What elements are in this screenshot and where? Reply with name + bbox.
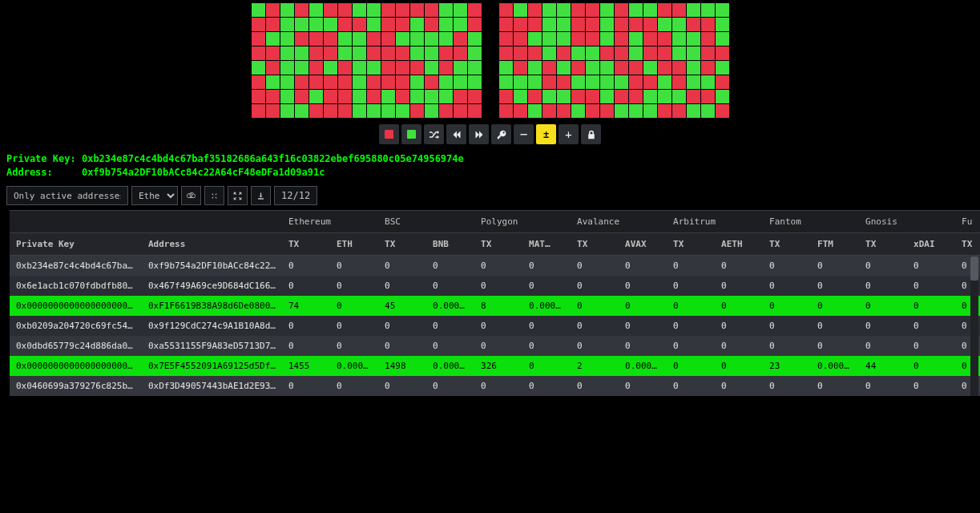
bit-cell[interactable] — [454, 61, 467, 75]
bit-cell[interactable] — [425, 18, 438, 31]
bit-cell[interactable] — [514, 61, 527, 75]
bit-cell[interactable] — [367, 46, 381, 60]
bit-cell[interactable] — [586, 3, 599, 17]
upload-button[interactable] — [181, 186, 201, 205]
bit-cell[interactable] — [643, 90, 657, 103]
bit-cell[interactable] — [410, 90, 424, 103]
bit-cell[interactable] — [468, 90, 482, 103]
scrollbar[interactable] — [970, 256, 978, 396]
bit-cell[interactable] — [528, 75, 542, 89]
bit-cell[interactable] — [425, 61, 438, 75]
bit-cell[interactable] — [309, 18, 323, 31]
bit-cell[interactable] — [396, 32, 409, 46]
bit-cell[interactable] — [425, 104, 438, 118]
bit-cell[interactable] — [701, 61, 715, 75]
bit-cell[interactable] — [615, 104, 628, 118]
bit-cell[interactable] — [643, 61, 657, 75]
col-h-13[interactable]: FTM — [811, 233, 859, 256]
bit-cell[interactable] — [468, 3, 482, 17]
bit-cell[interactable] — [252, 90, 265, 103]
bit-cell[interactable] — [701, 3, 715, 17]
bit-cell[interactable] — [499, 104, 513, 118]
bit-cell[interactable] — [658, 61, 671, 75]
bit-cell[interactable] — [586, 61, 599, 75]
bit-cell[interactable] — [658, 104, 671, 118]
bit-cell[interactable] — [600, 104, 614, 118]
bit-cell[interactable] — [499, 90, 513, 103]
bit-cell[interactable] — [252, 46, 265, 60]
bit-cell[interactable] — [687, 3, 700, 17]
download-button[interactable] — [251, 186, 271, 205]
bit-cell[interactable] — [324, 32, 337, 46]
bit-cell[interactable] — [367, 32, 381, 46]
bit-cell[interactable] — [439, 75, 453, 89]
bit-cell[interactable] — [629, 90, 643, 103]
bit-cell[interactable] — [571, 75, 585, 89]
bit-cell[interactable] — [454, 3, 467, 17]
bit-cell[interactable] — [542, 18, 556, 31]
bit-cell[interactable] — [528, 61, 542, 75]
table-row[interactable]: 0x6e1acb1c070fdbdfb80a2a1…0x467f49A69ce9… — [10, 276, 980, 296]
bit-cell[interactable] — [672, 3, 686, 17]
bit-cell[interactable] — [571, 32, 585, 46]
decrement-button[interactable]: − — [514, 124, 534, 144]
bit-cell[interactable] — [439, 61, 453, 75]
bit-cell[interactable] — [600, 3, 614, 17]
bit-cell[interactable] — [252, 61, 265, 75]
bit-cell[interactable] — [338, 61, 352, 75]
bit-cell[interactable] — [381, 18, 395, 31]
bit-cell[interactable] — [557, 75, 571, 89]
bit-cell[interactable] — [280, 104, 294, 118]
bit-cell[interactable] — [266, 104, 280, 118]
bit-cell[interactable] — [586, 46, 599, 60]
bit-cell[interactable] — [280, 61, 294, 75]
bit-cell[interactable] — [396, 61, 409, 75]
bit-cell[interactable] — [600, 75, 614, 89]
col-h-5[interactable]: BNB — [426, 233, 474, 256]
bit-cell[interactable] — [454, 90, 467, 103]
bit-cell[interactable] — [425, 90, 438, 103]
bit-cell[interactable] — [716, 46, 729, 60]
bit-cell[interactable] — [439, 32, 453, 46]
bit-cell[interactable] — [280, 18, 294, 31]
col-h-7[interactable]: MAT… — [522, 233, 571, 256]
bit-cell[interactable] — [643, 46, 657, 60]
bit-cell[interactable] — [658, 18, 671, 31]
bit-cell[interactable] — [353, 18, 366, 31]
bit-cell[interactable] — [280, 75, 294, 89]
bit-cell[interactable] — [701, 18, 715, 31]
bit-cell[interactable] — [309, 90, 323, 103]
bit-cell[interactable] — [514, 3, 527, 17]
bit-cell[interactable] — [266, 46, 280, 60]
bit-cell[interactable] — [324, 46, 337, 60]
bit-cell[interactable] — [454, 75, 467, 89]
lock-button[interactable] — [581, 124, 601, 144]
bit-cell[interactable] — [586, 90, 599, 103]
scrollbar-thumb[interactable] — [970, 256, 978, 281]
bit-cell[interactable] — [542, 32, 556, 46]
bit-cell[interactable] — [716, 18, 729, 31]
bit-cell[interactable] — [410, 18, 424, 31]
bit-cell[interactable] — [381, 104, 395, 118]
bit-cell[interactable] — [586, 75, 599, 89]
bit-cell[interactable] — [367, 104, 381, 118]
bit-cell[interactable] — [571, 90, 585, 103]
bit-cell[interactable] — [571, 3, 585, 17]
bit-cell[interactable] — [324, 18, 337, 31]
bit-cell[interactable] — [615, 18, 628, 31]
bit-cell[interactable] — [615, 61, 628, 75]
bit-cell[interactable] — [367, 18, 381, 31]
bit-cell[interactable] — [629, 46, 643, 60]
bit-cell[interactable] — [586, 32, 599, 46]
bit-cell[interactable] — [557, 3, 571, 17]
bit-cell[interactable] — [338, 75, 352, 89]
bit-cell[interactable] — [514, 90, 527, 103]
plus-minus-button[interactable]: ± — [536, 124, 556, 144]
bit-cell[interactable] — [499, 46, 513, 60]
bit-cell[interactable] — [643, 18, 657, 31]
col-h-2[interactable]: TX — [282, 233, 330, 256]
bit-cell[interactable] — [687, 61, 700, 75]
bit-cell[interactable] — [367, 90, 381, 103]
prev-page-button[interactable] — [446, 124, 466, 144]
bit-cell[interactable] — [381, 90, 395, 103]
